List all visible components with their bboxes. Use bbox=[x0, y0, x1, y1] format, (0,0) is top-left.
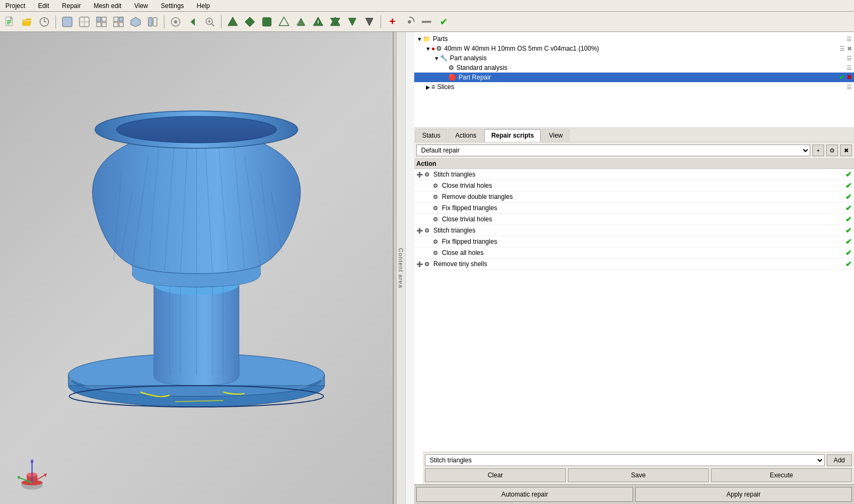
toggle-standard bbox=[442, 65, 448, 71]
parts-label: Parts bbox=[433, 35, 448, 43]
tool-3[interactable] bbox=[259, 14, 275, 30]
view-solid[interactable] bbox=[59, 14, 75, 30]
action-icon-9: ⚙ bbox=[423, 260, 431, 268]
menu-repair[interactable]: Repair bbox=[59, 1, 84, 11]
action-toggle-5 bbox=[425, 217, 431, 222]
svg-rect-13 bbox=[102, 17, 106, 21]
axes-indicator bbox=[11, 451, 53, 493]
svg-marker-20 bbox=[131, 17, 140, 27]
action-fix-flipped-2[interactable]: ⚙ Fix flipped triangles ✔ bbox=[414, 236, 854, 247]
action-close-all-holes[interactable]: ⚙ Close all holes ✔ bbox=[414, 247, 854, 259]
svg-rect-21 bbox=[148, 18, 152, 26]
automatic-repair-button[interactable]: Automatic repair bbox=[416, 487, 633, 502]
script-btn-2[interactable]: ⚙ bbox=[826, 145, 838, 156]
action-remove-double[interactable]: ⚙ Remove double triangles ✔ bbox=[414, 191, 854, 203]
3d-object bbox=[42, 103, 351, 434]
part-label: 40mm W 40mm H 10mm OS 5mm C v04mac1 (100… bbox=[444, 45, 599, 52]
menu-settings[interactable]: Settings bbox=[157, 1, 187, 11]
action-close-holes-1[interactable]: ⚙ Close trivial holes ✔ bbox=[414, 180, 854, 191]
tab-actions[interactable]: Actions bbox=[448, 129, 483, 142]
tool-6[interactable] bbox=[310, 14, 326, 30]
repair-x: ✖ bbox=[847, 74, 852, 81]
svg-marker-41 bbox=[349, 18, 356, 26]
toggle-analysis[interactable]: ▼ bbox=[433, 55, 440, 61]
tool-4[interactable] bbox=[276, 14, 292, 30]
parts-status-icon: ☰ bbox=[847, 36, 852, 43]
action-toggle-9[interactable]: ➕ bbox=[416, 261, 423, 267]
tree-item-slices[interactable]: ▶ ≡ Slices ☰ bbox=[414, 82, 854, 92]
new-button[interactable] bbox=[2, 14, 18, 30]
action-toggle-7 bbox=[425, 239, 431, 245]
action-stitch-2[interactable]: ➕ ⚙ Stitch triangles ✔ bbox=[414, 225, 854, 236]
view-6[interactable] bbox=[145, 14, 161, 30]
svg-rect-17 bbox=[119, 17, 123, 21]
tool-1[interactable] bbox=[225, 14, 241, 30]
execute-button[interactable]: Execute bbox=[711, 468, 852, 482]
action-close-holes-2[interactable]: ⚙ Close trivial holes ✔ bbox=[414, 214, 854, 225]
menu-help[interactable]: Help bbox=[194, 1, 213, 11]
nav-circle[interactable] bbox=[168, 14, 184, 30]
view-wire[interactable] bbox=[76, 14, 92, 30]
menu-mesh-edit[interactable]: Mesh edit bbox=[90, 1, 124, 11]
parts-status: ☰ bbox=[847, 36, 852, 43]
tool-5[interactable] bbox=[293, 14, 309, 30]
menu-view[interactable]: View bbox=[131, 1, 151, 11]
action-fix-flipped-1[interactable]: ⚙ Fix flipped triangles ✔ bbox=[414, 203, 854, 214]
minus-button[interactable] bbox=[418, 14, 434, 30]
action-remove-tiny[interactable]: ➕ ⚙ Remove tiny shells ✔ bbox=[414, 259, 854, 270]
action-toggle-6[interactable]: ➕ bbox=[416, 228, 423, 234]
action-stitch-1[interactable]: ➕ ⚙ Stitch triangles ✔ bbox=[414, 169, 854, 180]
tool-9[interactable] bbox=[361, 14, 377, 30]
check-button[interactable]: ✔ bbox=[436, 14, 452, 30]
tab-view[interactable]: View bbox=[542, 129, 570, 142]
add-button[interactable]: + bbox=[384, 14, 400, 30]
menu-edit[interactable]: Edit bbox=[35, 1, 52, 11]
analysis-label: Part analysis bbox=[450, 54, 487, 62]
apply-repair-button[interactable]: Apply repair bbox=[635, 487, 852, 502]
action-label-5: Close trivial holes bbox=[442, 215, 492, 223]
analysis-status-icon: ☰ bbox=[847, 55, 852, 62]
actions-list[interactable]: ➕ ⚙ Stitch triangles ✔ ⚙ Close trivial h… bbox=[414, 169, 854, 452]
recent-button[interactable] bbox=[36, 14, 52, 30]
add-button[interactable]: Add bbox=[827, 454, 852, 466]
nav-zoom[interactable] bbox=[202, 14, 218, 30]
action-toggle-2 bbox=[425, 183, 431, 189]
settings-button[interactable] bbox=[401, 14, 417, 30]
add-action-dropdown[interactable]: Stitch triangles bbox=[425, 454, 825, 466]
toggle-parts[interactable]: ▼ bbox=[416, 36, 423, 42]
svg-rect-44 bbox=[422, 21, 431, 23]
view-3[interactable] bbox=[93, 14, 109, 30]
tree-item-standard[interactable]: ⚙ Standard analysis ☰ bbox=[414, 63, 854, 73]
repair-label: Part Repair bbox=[458, 74, 491, 81]
tool-8[interactable] bbox=[344, 14, 360, 30]
open-button[interactable] bbox=[19, 14, 35, 30]
tree-item-repair[interactable]: 🔴 Part Repair ✔ ✖ bbox=[414, 73, 854, 82]
viewport[interactable] bbox=[0, 32, 393, 504]
clear-button[interactable]: Clear bbox=[425, 468, 566, 482]
action-icon-8: ⚙ bbox=[431, 249, 440, 257]
svg-rect-12 bbox=[97, 17, 101, 21]
svg-point-70 bbox=[116, 116, 276, 143]
svg-line-27 bbox=[211, 23, 214, 26]
tree-item-parts[interactable]: ▼ 📁 Parts ☰ bbox=[414, 34, 854, 44]
action-icon-2: ⚙ bbox=[431, 181, 440, 190]
action-status-6: ✔ bbox=[845, 226, 852, 235]
action-toggle-1[interactable]: ➕ bbox=[416, 172, 423, 178]
tree-item-part[interactable]: ▼ ● ⚙ 40mm W 40mm H 10mm OS 5mm C v04mac… bbox=[414, 44, 854, 53]
tab-status[interactable]: Status bbox=[415, 129, 447, 142]
tool-7[interactable] bbox=[327, 14, 343, 30]
view-4[interactable] bbox=[110, 14, 126, 30]
tab-repair-scripts[interactable]: Repair scripts bbox=[484, 129, 541, 142]
script-dropdown[interactable]: Default repair bbox=[416, 145, 810, 156]
save-button[interactable]: Save bbox=[568, 468, 709, 482]
view-5[interactable] bbox=[128, 14, 144, 30]
toggle-part[interactable]: ▼ bbox=[425, 46, 431, 52]
menu-project[interactable]: Project bbox=[2, 1, 28, 11]
script-btn-3[interactable]: ✖ bbox=[840, 145, 852, 156]
script-btn-1[interactable]: + bbox=[812, 145, 824, 156]
tree-item-analysis[interactable]: ▼ 🔧 Part analysis ☰ bbox=[414, 53, 854, 63]
action-label-4: Fix flipped triangles bbox=[442, 204, 497, 212]
tool-2[interactable] bbox=[242, 14, 258, 30]
toggle-slices[interactable]: ▶ bbox=[425, 84, 431, 90]
nav-prev[interactable] bbox=[185, 14, 201, 30]
